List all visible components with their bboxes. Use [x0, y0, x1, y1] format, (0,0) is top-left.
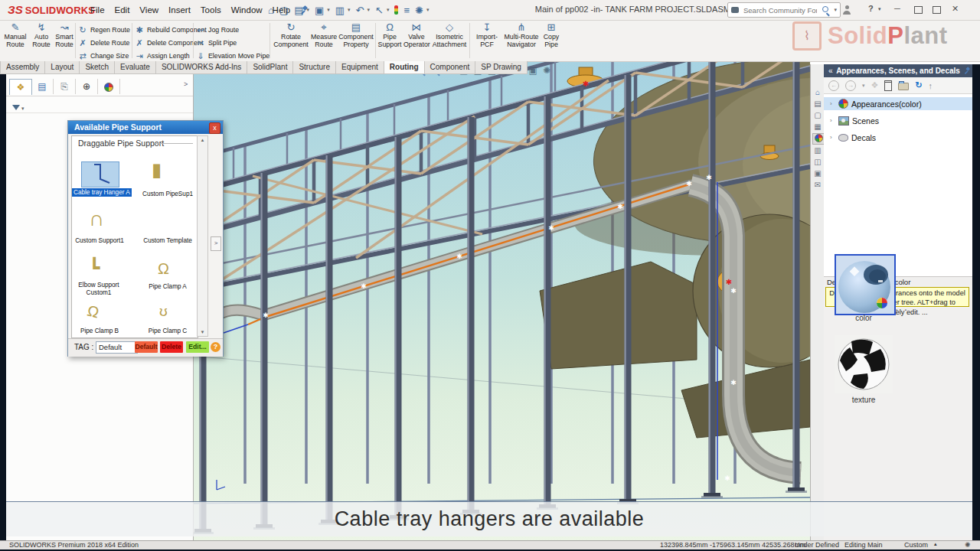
print-icon[interactable]: ▥ — [335, 5, 345, 16]
3d-viewport[interactable]: ✱✱✱ ✱✱✱ ✱✱✱ ✱ ✱✱ — [191, 61, 810, 540]
search-input[interactable] — [742, 5, 818, 15]
restore-button[interactable] — [914, 6, 923, 15]
ribbon-button-delete-route[interactable]: ✗Delete Route — [78, 37, 129, 48]
menu-window[interactable]: Window — [231, 5, 263, 15]
apply-scene-icon[interactable]: ▣ — [529, 65, 537, 76]
search-box[interactable]: ▾ — [727, 2, 841, 18]
menu-file[interactable]: File — [90, 5, 105, 15]
appearances-scenes-icon[interactable] — [812, 133, 825, 145]
collapse-panel-icon[interactable]: « — [828, 64, 833, 77]
tab-solidworks-add-ins[interactable]: SOLIDWORKS Add-Ins — [155, 61, 247, 74]
config-dropdown-icon[interactable]: ▴ — [934, 541, 937, 547]
maximize-button[interactable] — [933, 6, 941, 15]
menu-insert[interactable]: Insert — [168, 5, 191, 15]
ribbon-button-import-pcf[interactable]: ↧Import-PCF — [472, 22, 502, 49]
ribbon-button-assign-length[interactable]: ⇥Assign Length — [135, 51, 190, 61]
view-palette-icon[interactable]: ▦ — [812, 122, 823, 132]
appearances-panel-header[interactable]: «Appearances, Scenes, and Decals — [824, 64, 972, 77]
edit-button[interactable]: Edit... — [186, 341, 209, 353]
custom-properties-icon[interactable]: ▥ — [812, 145, 823, 155]
tab-component[interactable]: Component — [424, 61, 475, 74]
open-icon[interactable]: ▤ — [294, 5, 303, 16]
chat-icon[interactable]: ✉ — [812, 180, 823, 190]
close-button[interactable]: ✕ — [952, 4, 959, 14]
dialog-title-bar[interactable]: Available Pipe Support — [68, 121, 223, 134]
custom-pipesup1-icon[interactable]: ▮ — [152, 159, 162, 181]
ribbon-button-pipe-support[interactable]: ΩPipe Support — [377, 22, 402, 49]
item-elbow-support-custom1[interactable]: Elbow Support Custom1 — [75, 282, 122, 297]
ribbon-button-valve-operator[interactable]: ⋈Valve Operator — [403, 22, 430, 49]
home-icon[interactable]: ⌂ — [268, 5, 274, 16]
item-pipe-clamp-c[interactable]: Pipe Clamp C — [138, 328, 198, 334]
tag-input[interactable]: Default — [96, 341, 138, 354]
panel-expand-arrow[interactable]: > — [184, 80, 188, 88]
tab-layout[interactable]: Layout — [44, 61, 79, 74]
ribbon-button-regen-route[interactable]: ↻Regen Route — [78, 24, 130, 35]
cable-tray-hanger-thumbnail[interactable] — [81, 161, 119, 187]
tab-propertymanager[interactable]: ▤ — [31, 79, 54, 94]
help-button[interactable]: ? — [868, 4, 874, 13]
ribbon-button-component-property[interactable]: ▤Component Property — [338, 22, 374, 49]
forward-icon[interactable]: → — [845, 80, 856, 91]
item-cable-tray-hanger-a[interactable]: Cable tray Hanger A — [72, 189, 127, 196]
selection-filter-icon[interactable] — [394, 5, 398, 15]
pipe-clamp-b-icon[interactable]: Ω — [85, 302, 100, 322]
undo-icon[interactable]: ↶ — [356, 5, 364, 16]
item-custom-support1[interactable]: Custom Support1 — [72, 237, 127, 244]
search-icon[interactable] — [822, 5, 831, 15]
dialog-flyout-arrow[interactable]: > — [211, 236, 221, 251]
solidworks-forum-icon[interactable]: ◫ — [812, 157, 823, 167]
tab-configurationmanager[interactable]: ⎘ — [54, 79, 76, 94]
default-button[interactable]: Default — [135, 341, 158, 353]
pipe-clamp-a-icon[interactable]: Ω — [158, 260, 169, 278]
ribbon-button-isometric-attachment[interactable]: ◇Isometric Attachment — [431, 22, 468, 49]
file-explorer-icon[interactable]: ▢ — [812, 110, 823, 120]
ribbon-button-multi-route-navigator[interactable]: ⋔Multi-Route Navigator — [504, 22, 539, 49]
menu-edit[interactable]: Edit — [115, 5, 130, 15]
tree-filter[interactable]: ▾ — [12, 99, 24, 113]
tree-decals[interactable]: ›Decals — [824, 131, 972, 144]
elbow-support-custom1-icon[interactable]: ┗ — [89, 257, 100, 279]
display-list-icon[interactable]: ≡ — [403, 5, 410, 16]
history-dropdown-icon[interactable]: ▾ — [862, 83, 865, 89]
texture-appearance-thumbnail[interactable] — [835, 335, 893, 393]
item-custom-template[interactable]: Custom Template — [138, 237, 198, 244]
select-cursor-icon[interactable]: ↖ — [375, 5, 384, 16]
ribbon-button-jog-route[interactable]: ↩Jog Route — [196, 24, 239, 35]
new-document-icon[interactable]: ▢ — [279, 5, 289, 16]
design-library-icon[interactable]: ▤ — [812, 99, 823, 109]
item-custom-pipesup1[interactable]: Custom PipeSup1 — [138, 191, 198, 197]
status-gear-icon[interactable]: ✺ — [965, 541, 971, 549]
move-up-icon[interactable]: ↑ — [929, 81, 933, 90]
3d-printer-icon[interactable]: ▣ — [812, 168, 823, 178]
pin-panel-icon[interactable] — [964, 67, 970, 74]
ribbon-button-elevation-move-pipe[interactable]: ⇓Elevation Move Pipe — [196, 51, 270, 61]
tab-equipment[interactable]: Equipment — [335, 61, 384, 74]
ribbon-button-split-pipe[interactable]: ✂Split Pipe — [196, 37, 237, 48]
delete-button[interactable]: Delete — [160, 341, 183, 353]
dialog-close-button[interactable]: x — [209, 122, 220, 134]
solidworks-resources-icon[interactable]: ⌂ — [812, 87, 823, 97]
menu-view[interactable]: View — [139, 5, 158, 15]
tab-dimxpertmanager[interactable]: ⊕ — [76, 79, 98, 94]
view-settings-icon[interactable]: ✺ — [543, 65, 550, 76]
options-gear-icon[interactable]: ✺ — [415, 5, 423, 16]
ribbon-button-smart-route[interactable]: ↝Smart Route — [54, 22, 75, 49]
tab-structure[interactable]: Structure — [292, 61, 335, 74]
pipe-clamp-c-icon[interactable]: ʊ — [159, 303, 168, 320]
ribbon-button-change-size[interactable]: ⇄Change Size — [78, 51, 129, 61]
ribbon-button-rotate-component[interactable]: ↻Rotate Component — [273, 22, 309, 49]
scroll-up-icon[interactable]: ▲ — [198, 138, 207, 142]
tab-sketch[interactable]: Sketch — [79, 61, 114, 74]
ribbon-button-copy-pipe[interactable]: ⊞Copy Pipe — [541, 22, 562, 49]
dialog-help-button[interactable]: ? — [211, 342, 220, 352]
ribbon-button-auto-route[interactable]: ↯Auto Route — [31, 22, 52, 49]
minimize-button[interactable]: ─ — [894, 4, 900, 13]
item-pipe-clamp-a[interactable]: Pipe Clamp A — [138, 283, 198, 290]
tab-evaluate[interactable]: Evaluate — [114, 61, 155, 74]
custom-support1-icon[interactable]: ∩ — [89, 207, 104, 231]
user-account-icon[interactable] — [842, 5, 851, 16]
tab-displaymanager[interactable] — [98, 79, 120, 94]
help-dropdown-icon[interactable]: ▾ — [878, 6, 881, 12]
ribbon-button-measure-route[interactable]: ⌖Measure Route — [311, 22, 337, 49]
